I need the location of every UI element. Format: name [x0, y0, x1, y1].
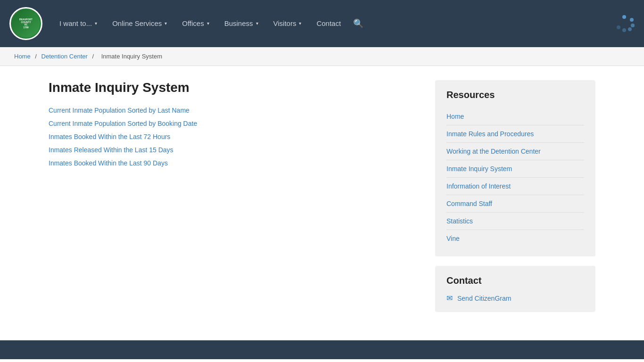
- nav-item-offices[interactable]: Offices ▾: [174, 0, 216, 47]
- sidebar-link-home[interactable]: Home: [446, 108, 584, 125]
- breadcrumb-section[interactable]: Detention Center: [41, 53, 88, 60]
- logo: BEAUFORTCOUNTYSC1789: [9, 7, 42, 40]
- chevron-down-icon: ▾: [95, 0, 97, 47]
- send-citizengram-link[interactable]: Send CitizenGram: [457, 295, 511, 302]
- link-population-last-name[interactable]: Current Inmate Population Sorted by Last…: [49, 107, 416, 114]
- sidebar: Resources Home Inmate Rules and Procedur…: [435, 80, 595, 312]
- breadcrumb-current: Inmate Inquiry System: [101, 53, 162, 60]
- header: BEAUFORTCOUNTYSC1789 I want to... ▾ Onli…: [0, 0, 644, 47]
- nav-item-online-services[interactable]: Online Services ▾: [105, 0, 174, 47]
- resource-links: Home Inmate Rules and Procedures Working…: [446, 108, 584, 247]
- search-icon[interactable]: 🔍: [348, 0, 368, 47]
- chevron-down-icon: ▾: [165, 0, 167, 47]
- nav-item-contact[interactable]: Contact: [309, 0, 348, 47]
- breadcrumb-separator: /: [35, 53, 38, 60]
- loading-spinner: [616, 14, 635, 33]
- link-booked-90days[interactable]: Inmates Booked Within the Last 90 Days: [49, 159, 416, 167]
- email-icon: ✉: [446, 294, 453, 303]
- link-booked-72hrs[interactable]: Inmates Booked Within the Last 72 Hours: [49, 133, 416, 140]
- nav-item-visitors[interactable]: Visitors ▾: [266, 0, 309, 47]
- link-population-booking-date[interactable]: Current Inmate Population Sorted by Book…: [49, 120, 416, 127]
- nav-item-i-want-to[interactable]: I want to... ▾: [52, 0, 105, 47]
- chevron-down-icon: ▾: [299, 0, 301, 47]
- content-area: Inmate Inquiry System Current Inmate Pop…: [49, 80, 416, 312]
- chevron-down-icon: ▾: [256, 0, 258, 47]
- sidebar-link-inmate-rules[interactable]: Inmate Rules and Procedures: [446, 125, 584, 143]
- content-links: Current Inmate Population Sorted by Last…: [49, 107, 416, 167]
- contact-box: Contact ✉ Send CitizenGram: [435, 266, 595, 312]
- main-nav: I want to... ▾ Online Services ▾ Offices…: [52, 0, 635, 47]
- sidebar-link-vine[interactable]: Vine: [446, 230, 584, 247]
- breadcrumb: Home / Detention Center / Inmate Inquiry…: [0, 47, 644, 66]
- link-released-15days[interactable]: Inmates Released Within the Last 15 Days: [49, 146, 416, 154]
- nav-item-business[interactable]: Business ▾: [217, 0, 266, 47]
- sidebar-link-info-interest[interactable]: Information of Interest: [446, 178, 584, 195]
- sidebar-link-statistics[interactable]: Statistics: [446, 213, 584, 230]
- sidebar-link-working-detention[interactable]: Working at the Detention Center: [446, 143, 584, 160]
- logo-area: BEAUFORTCOUNTYSC1789: [9, 7, 42, 40]
- footer: [0, 340, 644, 359]
- contact-title: Contact: [446, 275, 584, 286]
- sidebar-link-inmate-inquiry[interactable]: Inmate Inquiry System: [446, 160, 584, 178]
- contact-item: ✉ Send CitizenGram: [446, 294, 584, 303]
- page-title: Inmate Inquiry System: [49, 80, 416, 95]
- resources-box: Resources Home Inmate Rules and Procedur…: [435, 80, 595, 256]
- main-content: Inmate Inquiry System Current Inmate Pop…: [39, 66, 605, 326]
- chevron-down-icon: ▾: [207, 0, 209, 47]
- breadcrumb-home[interactable]: Home: [14, 53, 31, 60]
- breadcrumb-separator: /: [92, 53, 95, 60]
- resources-title: Resources: [446, 90, 584, 100]
- sidebar-link-command-staff[interactable]: Command Staff: [446, 195, 584, 213]
